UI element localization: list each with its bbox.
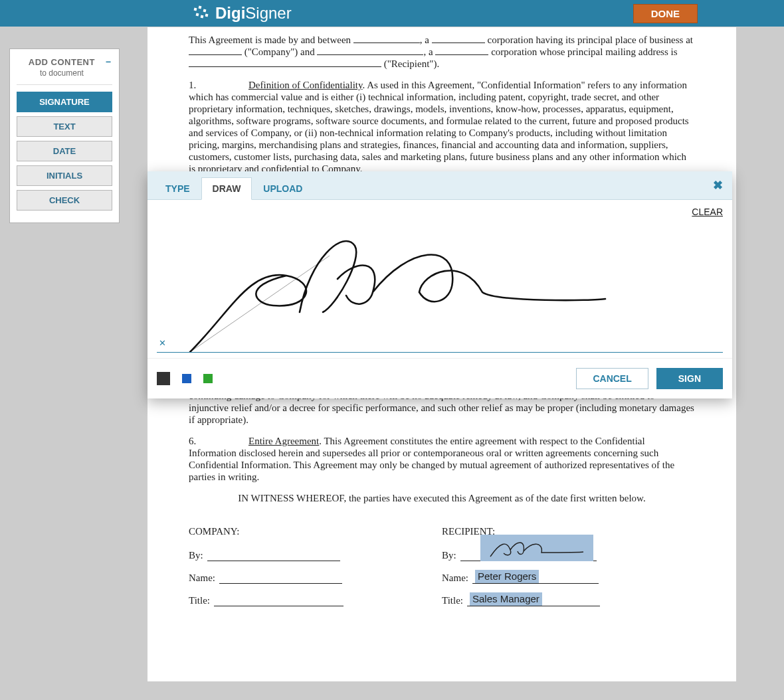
recipient-title-line[interactable]: Sales Manager [467,606,600,606]
doc-section-6: 6.Entire Agreement. This Agreement const… [189,435,695,483]
company-by-line[interactable] [207,561,340,561]
svg-rect-2 [203,9,207,13]
tab-draw[interactable]: DRAW [201,177,252,200]
sidebar-item-initials[interactable]: INITIALS [17,165,112,186]
svg-rect-0 [194,8,197,11]
clear-button[interactable]: CLEAR [157,207,723,217]
brand-light: Signer [245,4,291,23]
recipient-name-line[interactable]: Peter Rogers [472,583,599,584]
modal-footer: CANCEL SIGN [147,358,732,398]
logo-icon [193,5,211,21]
collapse-icon[interactable]: − [106,57,111,66]
signature-block: COMPANY: By: Name: Title: RECIPIENT: By:… [189,525,695,617]
recipient-title-value[interactable]: Sales Manager [470,592,542,606]
done-button[interactable]: DONE [633,4,698,23]
brand-bold: Digi [215,4,245,23]
sign-button[interactable]: SIGN [656,368,723,389]
sidebar-subtitle: to document [18,68,106,78]
signature-draw-area[interactable]: ✕ [157,220,723,353]
recipient-signature-image[interactable] [480,535,593,561]
color-green[interactable] [203,374,213,383]
cancel-button[interactable]: CANCEL [576,368,648,389]
sidebar-item-date[interactable]: DATE [17,141,112,161]
sidebar-title: ADD CONTENT [18,57,106,67]
modal-tabs: TYPE DRAW UPLOAD ✖ [147,171,732,200]
tab-upload[interactable]: UPLOAD [252,177,314,199]
company-name-line[interactable] [219,583,342,584]
recipient-name-value[interactable]: Peter Rogers [475,570,539,583]
doc-witness: IN WITNESS WHEREOF, the parties have exe… [189,492,695,504]
tab-type[interactable]: TYPE [154,177,201,199]
recipient-by-line[interactable] [460,561,597,561]
doc-intro: This Agreement is made by and between , … [189,34,695,70]
close-icon[interactable]: ✖ [713,178,723,193]
svg-rect-4 [201,15,204,19]
topbar: DigiSigner DONE [0,0,784,27]
sidebar-divider [17,84,112,85]
svg-rect-5 [205,14,209,17]
svg-rect-3 [196,13,199,17]
color-black[interactable] [157,372,170,385]
doc-section-1: 1.Definition of Confidentiality. As used… [189,79,695,175]
signature-modal: TYPE DRAW UPLOAD ✖ CLEAR ✕ CANCEL SIGN [147,171,732,398]
company-column: COMPANY: By: Name: Title: [189,525,442,617]
drawn-signature [157,219,728,352]
company-title-line[interactable] [214,606,343,606]
baseline-marker-icon: ✕ [159,338,166,348]
svg-rect-1 [199,6,202,9]
sidebar: ADD CONTENT to document − SIGNATURE TEXT… [9,48,120,223]
recipient-column: RECIPIENT: By: Name:Peter Rogers Title:S… [442,525,695,617]
color-blue[interactable] [182,374,191,383]
sidebar-item-signature[interactable]: SIGNATURE [17,92,112,112]
sidebar-item-text[interactable]: TEXT [17,116,112,137]
company-label: COMPANY: [189,525,442,537]
sidebar-item-check[interactable]: CHECK [17,190,112,211]
brand-logo: DigiSigner [193,4,292,23]
